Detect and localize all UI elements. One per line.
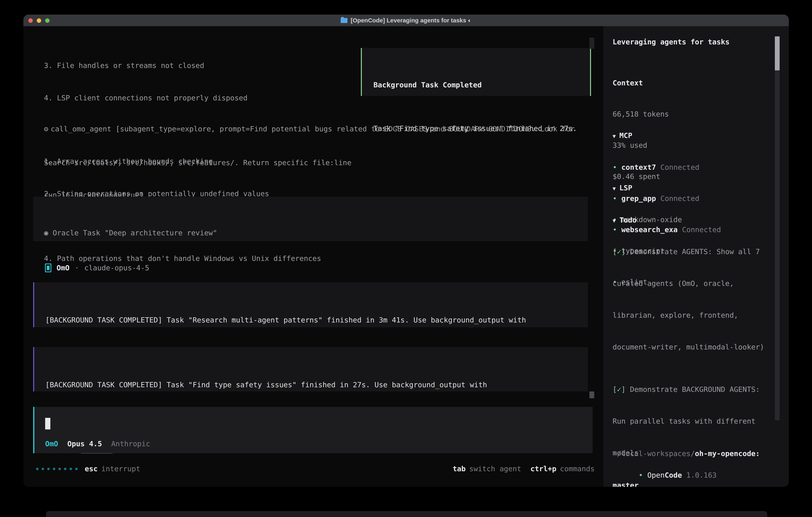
tool-call-text: call_omo_agent [subagent_type=explore, p… — [51, 125, 575, 133]
terminal-window: [OpenCode] Leveraging agents for tasks ◐… — [23, 15, 789, 487]
label-switch-agent: switch agent — [469, 463, 521, 474]
shortcut-commands: ctrl+p commands — [530, 463, 594, 474]
folder-icon — [341, 18, 347, 23]
todo-text: curated agents (OmO, oracle, — [613, 278, 773, 289]
label-commands: commands — [560, 463, 594, 474]
input-model-row: OmO Opus 4.5 Anthropic — [45, 438, 150, 449]
title-group: [OpenCode] Leveraging agents for tasks ◐ — [23, 15, 789, 26]
agent-name: OmO — [57, 263, 69, 273]
status-dot-icon: • — [639, 471, 643, 479]
background-window-edge — [46, 511, 767, 517]
workspace-path: ~/local-workspaces/oh-my-opencode: — [613, 448, 760, 459]
session-title: Leveraging agents for tasks — [613, 36, 729, 47]
todo-text: Demonstrate AGENTS: Show all 7 — [626, 247, 760, 256]
mcp-heading: MCP — [619, 131, 632, 140]
main-scrollbar-thumb[interactable] — [589, 391, 594, 398]
log-line: 4. LSP client connections not properly d… — [44, 92, 351, 103]
shortcut-interrupt: esc interrupt — [85, 463, 140, 474]
conversation-pane: 3. File handles or streams not closed 4.… — [23, 26, 603, 487]
text-cursor — [45, 418, 50, 430]
chevron-down-icon: ▼ — [613, 186, 616, 192]
checkbox-checked-icon: [✓] — [613, 247, 626, 256]
window-title: [OpenCode] Leveraging agents for tasks ◐ — [351, 17, 471, 24]
lsp-header[interactable]: ▼LSP — [613, 183, 682, 194]
input-model-name: Opus 4.5 — [67, 438, 102, 449]
task-message-line: [BACKGROUND TASK COMPLETED] Task "Resear… — [46, 315, 588, 325]
oracle-task-box: ◉ Oracle Task "Deep architecture review"… — [33, 197, 588, 241]
oracle-task-title: Oracle Task "Deep architecture review" — [53, 229, 217, 237]
todo-text: document-writer, multimodal-looker) — [613, 342, 773, 352]
key-tab: tab — [453, 463, 466, 474]
input-agent-name: OmO — [45, 438, 58, 449]
task-message-line: [BACKGROUND TASK COMPLETED] Task "Find t… — [46, 379, 588, 390]
oracle-task-line: ◉ Oracle Task "Deep architecture review" — [44, 227, 588, 238]
titlebar: [OpenCode] Leveraging agents for tasks ◐ — [23, 15, 789, 26]
gear-icon: ⚙ — [44, 125, 48, 133]
label-interrupt: interrupt — [101, 463, 140, 474]
prompt-input[interactable]: OmO Opus 4.5 Anthropic — [33, 407, 592, 453]
version-number: 1.0.163 — [686, 471, 717, 479]
mcp-header[interactable]: ▼MCP — [613, 130, 721, 141]
background-task-notification: Background Task Completed Task "Find typ… — [361, 48, 591, 96]
tool-call-line: ⚙call_omo_agent [subagent_type=explore, … — [44, 124, 575, 134]
chevron-down-icon: ▼ — [613, 133, 616, 139]
main-scrollbar-thumb-top[interactable] — [589, 37, 594, 49]
todo-heading: Todo — [619, 216, 637, 224]
log-line: 3. File handles or streams not closed — [44, 60, 351, 71]
app-name-bold: Code — [665, 471, 682, 479]
input-provider-name: Anthropic — [111, 438, 150, 449]
todo-item: [✓] Demonstrate AGENTS: Show all 7 — [613, 246, 773, 257]
todo-header[interactable]: ▼Todo — [613, 215, 637, 226]
todo-item: [✓] Demonstrate BACKGROUND AGENTS: — [613, 384, 773, 394]
oracle-icon: ◉ — [44, 229, 48, 237]
version-row: •OpenCode 1.0.163 — [613, 459, 717, 487]
shortcut-switch-agent: tab switch agent — [453, 463, 521, 474]
status-bar: esc interrupt tab switch agent ctrl+p co… — [23, 463, 603, 474]
session-sidebar: Leveraging agents for tasks Context 66,5… — [603, 26, 789, 487]
agent-icon — [45, 264, 51, 272]
key-esc: esc — [85, 463, 98, 474]
separator-dot: · — [75, 263, 79, 273]
log-line: 1. Array access without bounds checking — [44, 156, 575, 167]
sidebar-scrollbar-track[interactable] — [775, 36, 780, 420]
workspace-path-prefix: ~/local-workspaces/ — [613, 450, 695, 458]
app-version — [682, 471, 686, 479]
chevron-down-icon: ▼ — [613, 218, 616, 224]
agent-header: OmO · claude-opus-4-5 — [45, 263, 149, 273]
background-task-message: [BACKGROUND TASK COMPLETED] Task "Find t… — [33, 347, 588, 391]
checkbox-checked-icon: [✓] — [613, 385, 626, 393]
app-name: Open — [647, 471, 665, 479]
background-task-message: [BACKGROUND TASK COMPLETED] Task "Resear… — [33, 282, 588, 327]
todo-text: librarian, explore, frontend, — [613, 310, 773, 321]
context-heading: Context — [613, 78, 669, 88]
activity-dots — [36, 468, 78, 470]
key-ctrl-p: ctrl+p — [530, 463, 556, 474]
lsp-heading: LSP — [619, 184, 632, 192]
agent-model: claude-opus-4-5 — [84, 263, 149, 273]
workspace-repo: oh-my-opencode: — [695, 450, 760, 458]
todo-text: Run parallel tasks with different — [613, 416, 773, 427]
notification-title: Background Task Completed — [373, 80, 590, 90]
todo-text: Demonstrate BACKGROUND AGENTS: — [626, 385, 760, 393]
sidebar-scrollbar-thumb[interactable] — [775, 36, 780, 71]
